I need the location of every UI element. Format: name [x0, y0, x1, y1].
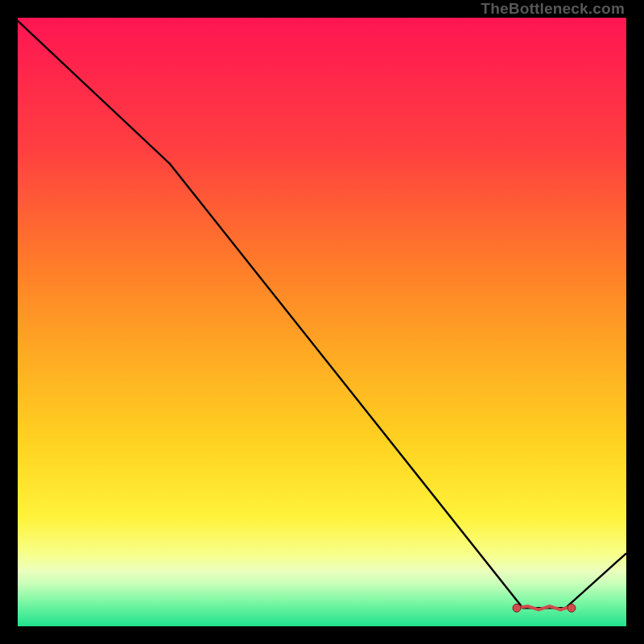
chart-container: TheBottleneck.com: [0, 0, 644, 644]
plot-area: [18, 18, 626, 626]
chart-svg: [18, 18, 626, 626]
optimal-zone-endpoint-0: [513, 604, 521, 612]
watermark-text: TheBottleneck.com: [481, 0, 625, 18]
heatmap-background: [18, 18, 626, 626]
optimal-zone-endpoint-1: [568, 604, 576, 612]
